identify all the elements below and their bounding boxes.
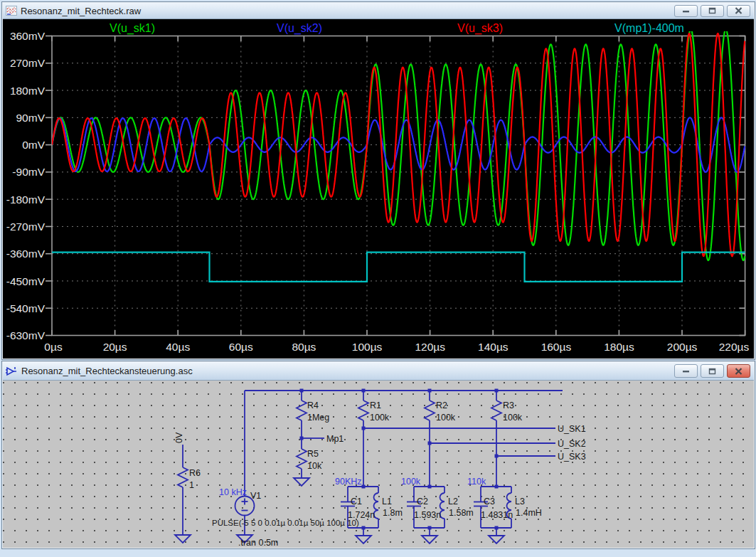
label-L2-ref[interactable]: L2 [448,497,458,506]
label-L3-ref[interactable]: L3 [515,497,525,506]
minimize-button[interactable] [674,5,698,17]
y-tick-label: -270mV [6,221,46,233]
resistor-R1[interactable] [358,400,368,420]
comment-90khz[interactable]: 90KHz [335,477,362,487]
ground-icon[interactable] [294,478,309,486]
label-R1-ref[interactable]: R1 [370,400,381,410]
legend-trace-v-u_sk3[interactable]: V(u_sk3) [457,22,503,35]
net-label-0v[interactable]: 0V [174,432,184,443]
schematic-canvas[interactable]: R4 1Meg R1 100k R2 100k R3 100k R5 10k R… [3,381,754,548]
schematic-window: Resonanz_mit_Rechteckansteuerung.asc [1,361,755,549]
label-C2-val[interactable]: 1.593n [414,510,441,520]
minimize-button[interactable] [674,364,698,378]
schematic-labels: R4 1Meg R1 100k R2 100k R3 100k R5 10k R… [174,400,586,548]
x-tick-label: 80µs [292,341,316,353]
restore-button[interactable] [701,364,724,378]
label-R2-ref[interactable]: R2 [436,400,447,410]
net-label-u_sk1[interactable]: U_SK1 [558,424,586,434]
comment-10khz[interactable]: 10 kHz [219,487,247,497]
y-tick-label: -540mV [6,302,46,314]
x-tick-label: 20µs [103,341,127,353]
y-tick-label: 90mV [16,112,46,124]
x-tick-label: 180µs [604,341,634,353]
x-tick-label: 60µs [229,341,253,353]
ground-icon[interactable] [489,536,504,543]
label-R4-val[interactable]: 1Meg [307,413,329,423]
resistor-R6[interactable] [178,467,188,487]
plot-tick-marks [46,36,745,336]
ground-icon[interactable] [175,535,191,543]
legend-trace-v-u_sk1[interactable]: V(u_sk1) [110,22,155,35]
minimize-icon [682,368,690,374]
resistor-R5[interactable] [297,449,307,469]
legend-trace-v-mp1-400m[interactable]: V(mp1)-400m [614,22,684,34]
resistor-R4[interactable] [297,400,307,420]
x-tick-label: 220µs [719,341,750,353]
y-tick-label: 180mV [10,85,46,97]
label-R3-ref[interactable]: R3 [503,400,514,410]
label-R5-ref[interactable]: R5 [307,449,319,459]
ltspice-mdi-area: Resonanz_mit_Rechteck.raw [0,0,756,557]
label-R4-ref[interactable]: R4 [307,400,319,410]
label-C1-ref[interactable]: C1 [351,497,362,506]
label-C3-val[interactable]: 1.4831n [481,510,513,520]
label-C2-ref[interactable]: C2 [417,497,428,506]
label-L3-val[interactable]: 1.4mH [516,508,542,518]
label-R6-val[interactable]: 1 [189,480,194,490]
label-V1-ref[interactable]: V1 [250,491,261,501]
restore-icon [708,368,716,375]
plot-legend: V(u_sk1) V(u_sk2) V(u_sk3) V(mp1)-400m [110,22,684,35]
restore-button[interactable] [701,5,724,17]
y-tick-label: 0mV [22,139,46,151]
waveform-plot-pane: 360mV 270mV 180mV 90mV 0mV -90mV -180mV … [3,19,754,359]
directive-tran[interactable]: .tran 0.5m [238,538,278,548]
close-icon [735,368,742,375]
comment-100k[interactable]: 100k [401,477,421,487]
label-L1-val[interactable]: 1.8m [383,508,403,518]
schematic-window-titlebar[interactable]: Resonanz_mit_Rechteckansteuerung.asc [3,362,754,381]
y-tick-label: -90mV [12,166,45,178]
label-R6-ref[interactable]: R6 [189,468,201,478]
y-tick-label: -180mV [6,193,46,206]
ground-icon[interactable] [422,536,437,543]
x-tick-label: 40µs [166,341,190,353]
y-axis-labels: 360mV 270mV 180mV 90mV 0mV -90mV -180mV … [6,30,46,341]
legend-trace-v-u_sk2[interactable]: V(u_sk2) [277,22,322,35]
close-icon [735,7,742,14]
x-tick-label: 100µs [352,341,383,353]
plot-traces [52,29,745,282]
x-tick-label: 120µs [415,341,445,353]
schematic-window-title: Resonanz_mit_Rechteckansteuerung.asc [21,366,193,376]
label-L1-ref[interactable]: L1 [382,497,392,506]
minimize-icon [682,8,690,14]
waveform-window-titlebar[interactable]: Resonanz_mit_Rechteck.raw [3,3,754,19]
close-button[interactable] [727,364,750,378]
waveform-window-title: Resonanz_mit_Rechteck.raw [21,6,141,16]
x-axis-labels: 0µs 20µs 40µs 60µs 80µs 100µs 120µs 140µ… [44,341,749,353]
waveform-file-icon [6,5,17,16]
label-V1-pulse[interactable]: PULSE(-5 5 0 0.01µ 0.01µ 50µ 100µ 10) [212,519,359,527]
resistor-R3[interactable] [491,400,501,420]
ground-icon[interactable] [356,536,371,543]
waveform-plot[interactable]: 360mV 270mV 180mV 90mV 0mV -90mV -180mV … [3,19,754,359]
label-R1-val[interactable]: 100k [370,413,390,423]
resistor-R2[interactable] [425,400,435,420]
x-tick-label: 0µs [44,341,63,353]
label-C3-ref[interactable]: C3 [484,497,495,506]
comment-110k[interactable]: 110k [467,477,486,487]
restore-icon [708,7,716,14]
label-R5-val[interactable]: 10k [307,461,322,471]
net-label-u_sk2[interactable]: U_SK2 [558,439,586,449]
trace-v-mp1-400m [52,253,745,282]
label-L2-val[interactable]: 1.58m [449,508,474,518]
x-tick-label: 200µs [667,341,698,353]
net-label-mp1[interactable]: Mp1 [326,434,344,444]
close-button[interactable] [727,5,750,17]
y-tick-label: -450mV [6,275,46,287]
x-tick-label: 140µs [478,341,509,353]
label-R2-val[interactable]: 100k [436,413,456,423]
net-label-u_sk3[interactable]: U_SK3 [558,452,586,462]
x-tick-label: 160µs [541,341,572,353]
y-tick-label: -360mV [6,248,46,260]
label-R3-val[interactable]: 100k [503,413,523,423]
